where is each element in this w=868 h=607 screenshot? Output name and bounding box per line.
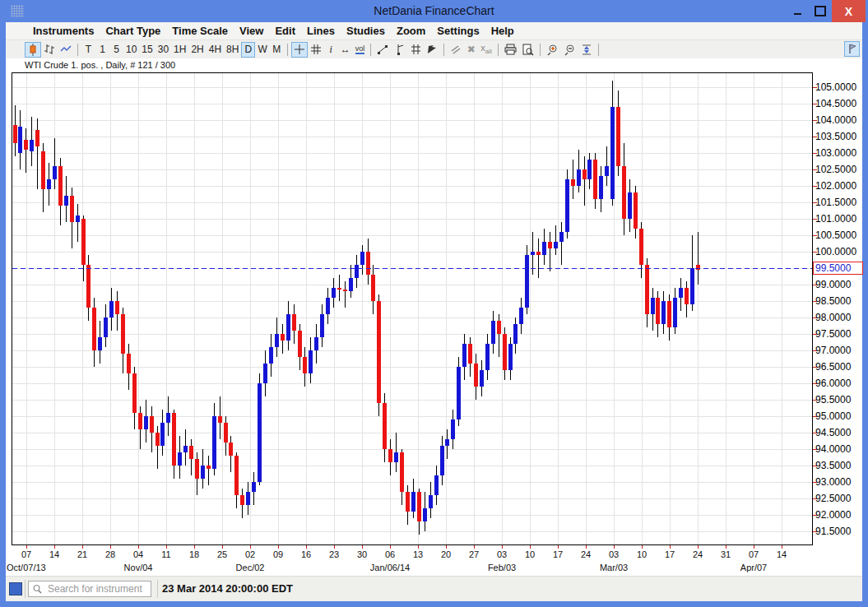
- candlestick-chart[interactable]: [12, 72, 813, 545]
- fit-vertical-button[interactable]: [578, 42, 595, 58]
- week-label: 27: [462, 549, 486, 559]
- timeframe-1m-button[interactable]: 1: [95, 42, 109, 58]
- candle: [30, 140, 34, 151]
- delete-all-lines-button[interactable]: xall: [478, 42, 494, 58]
- price-axis-label: 105.0000: [815, 81, 856, 93]
- price-axis-label: 101.0000: [815, 213, 856, 225]
- close-button[interactable]: X: [832, 0, 866, 22]
- menu-edit[interactable]: Edit: [269, 25, 301, 37]
- candle: [275, 334, 279, 347]
- toolbar-separator: [287, 44, 288, 56]
- candle: [132, 373, 137, 413]
- candle: [577, 169, 581, 186]
- print-button[interactable]: [502, 42, 519, 58]
- candle: [531, 252, 535, 255]
- price-axis-label: 102.0000: [815, 180, 856, 192]
- candle: [605, 166, 609, 176]
- candle: [411, 492, 415, 512]
- candle: [474, 364, 478, 387]
- time-axis-tick: [782, 545, 782, 549]
- time-axis-tick: [474, 545, 475, 549]
- maximize-button[interactable]: [809, 0, 832, 22]
- menu-bar: Instruments Chart Type Time Scale View E…: [6, 22, 862, 40]
- price-axis-label: 101.5000: [815, 197, 856, 208]
- fit-vertical-icon: [581, 44, 592, 56]
- candle: [246, 492, 250, 505]
- line-chart-button[interactable]: [58, 42, 74, 58]
- menu-zoom[interactable]: Zoom: [391, 25, 431, 37]
- print-preview-button[interactable]: [519, 42, 536, 58]
- candle: [383, 403, 387, 449]
- zoom-out-button[interactable]: [561, 42, 578, 58]
- candlestick-chart-button[interactable]: [25, 42, 41, 58]
- candle: [690, 268, 694, 304]
- info-button[interactable]: i: [324, 42, 338, 58]
- zoom-in-button[interactable]: [544, 42, 561, 58]
- menu-time-scale[interactable]: Time Scale: [166, 25, 234, 37]
- candle: [98, 337, 102, 350]
- week-label: 25: [210, 549, 234, 559]
- menu-instruments[interactable]: Instruments: [27, 25, 100, 37]
- pin-panel-button[interactable]: [844, 41, 860, 57]
- expand-horizontal-button[interactable]: ↔: [338, 42, 353, 58]
- candle: [109, 301, 114, 317]
- zoom-in-icon: [546, 44, 559, 56]
- crosshair-button[interactable]: [291, 42, 308, 58]
- timeframe-tick-button[interactable]: T: [81, 42, 95, 58]
- timeframe-5m-button[interactable]: 5: [109, 42, 123, 58]
- candle: [337, 288, 341, 290]
- ohlc-bars-button[interactable]: [41, 42, 58, 58]
- candle: [587, 160, 592, 179]
- candle: [485, 344, 490, 370]
- channel-tool-button[interactable]: [407, 42, 424, 58]
- candle: [355, 265, 359, 278]
- timeframe-4h-button[interactable]: 4H: [207, 42, 224, 58]
- candle: [263, 364, 267, 383]
- arrow-tool-button[interactable]: [424, 42, 440, 58]
- timeframe-2h-button[interactable]: 2H: [188, 42, 206, 58]
- timeframe-30m-button[interactable]: 30: [155, 42, 171, 58]
- candle: [696, 265, 700, 270]
- candle: [320, 314, 324, 337]
- candle: [508, 344, 513, 370]
- timeframe-weekly-button[interactable]: W: [255, 42, 269, 58]
- menu-lines[interactable]: Lines: [301, 25, 341, 37]
- candle: [519, 308, 523, 324]
- grid-toggle-button[interactable]: [308, 42, 324, 58]
- timeframe-15m-button[interactable]: 15: [139, 42, 155, 58]
- workspace-button[interactable]: [9, 582, 22, 595]
- timeframe-8h-button[interactable]: 8H: [224, 42, 241, 58]
- menu-studies[interactable]: Studies: [341, 25, 391, 37]
- candle: [434, 475, 439, 495]
- price-axis-label: 91.5000: [815, 526, 851, 537]
- candle: [178, 452, 182, 466]
- timeframe-monthly-button[interactable]: M: [270, 42, 284, 58]
- vertical-line-button[interactable]: [391, 42, 407, 58]
- menu-help[interactable]: Help: [485, 25, 520, 37]
- candle: [360, 252, 364, 265]
- timeframe-1h-button[interactable]: 1H: [171, 42, 188, 58]
- parallel-lines-button[interactable]: [448, 42, 464, 58]
- candle: [92, 308, 96, 350]
- candle: [144, 416, 148, 429]
- line-chart-icon: [60, 44, 72, 55]
- minimize-button[interactable]: [786, 0, 809, 22]
- search-input[interactable]: [46, 582, 145, 595]
- candle: [13, 125, 17, 143]
- timeframe-daily-button[interactable]: D: [241, 42, 255, 58]
- menu-chart-type[interactable]: Chart Type: [100, 25, 166, 37]
- candle: [406, 492, 410, 512]
- week-label: 02: [238, 549, 262, 559]
- volume-button[interactable]: vol: [353, 42, 368, 58]
- delete-line-button[interactable]: ✖: [464, 42, 478, 58]
- menu-settings[interactable]: Settings: [431, 25, 485, 37]
- trend-line-button[interactable]: [374, 42, 391, 58]
- candle: [388, 449, 392, 462]
- timeframe-10m-button[interactable]: 10: [123, 42, 139, 58]
- candle: [24, 140, 28, 150]
- menu-view[interactable]: View: [234, 25, 269, 37]
- candle: [628, 192, 632, 219]
- print-icon: [504, 44, 517, 55]
- time-axis-tick: [670, 545, 671, 549]
- grid-icon: [310, 44, 322, 55]
